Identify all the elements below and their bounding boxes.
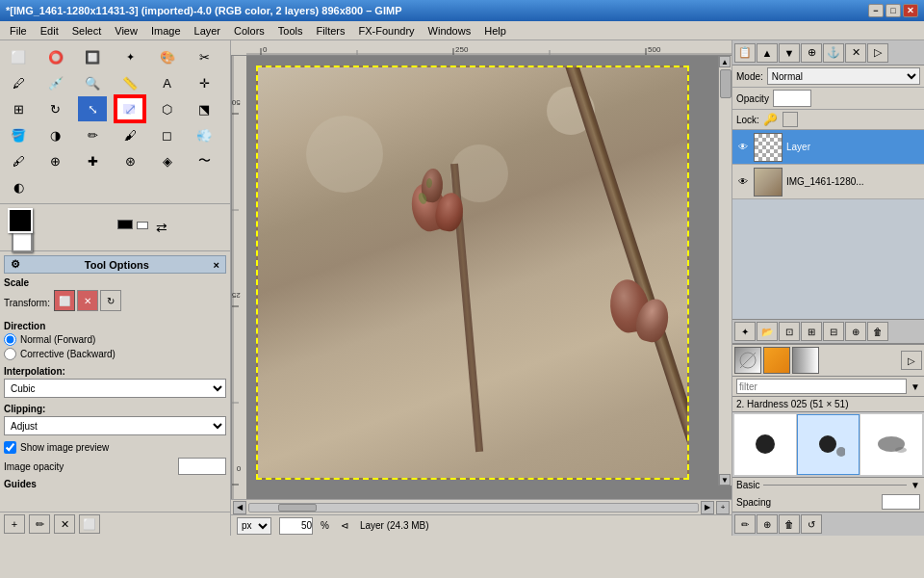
guides-delete-button[interactable]: ✕ bbox=[54, 514, 75, 534]
brush-cell-1[interactable] bbox=[797, 414, 859, 475]
scrollbar-thumb-v[interactable] bbox=[720, 69, 732, 98]
brush-gradient-swatch[interactable] bbox=[792, 347, 819, 374]
tool-eraser[interactable]: ◻ bbox=[153, 122, 182, 147]
tool-perspective-clone[interactable]: ⊛ bbox=[116, 148, 144, 173]
tool-fuzzy-select[interactable]: ✦ bbox=[116, 44, 144, 69]
tool-align[interactable]: ⊞ bbox=[4, 96, 33, 121]
image-opacity-input[interactable]: 100.0 bbox=[178, 458, 226, 475]
guides-to-selection-button[interactable]: ⬜ bbox=[79, 514, 100, 534]
tool-pencil[interactable]: ✏ bbox=[78, 122, 107, 147]
tool-free-select[interactable]: 🔲 bbox=[78, 44, 107, 69]
direction-normal-radio[interactable] bbox=[4, 333, 16, 346]
scroll-corner[interactable]: + bbox=[716, 501, 730, 514]
menu-select[interactable]: Select bbox=[66, 23, 108, 39]
layer-1-visibility[interactable]: 👁 bbox=[736, 175, 750, 189]
scrollbar-up-button[interactable]: ▲ bbox=[719, 56, 731, 67]
tool-dodge-burn[interactable]: ◐ bbox=[4, 174, 33, 199]
maximize-button[interactable]: □ bbox=[886, 4, 901, 17]
guides-add-button[interactable]: + bbox=[4, 514, 25, 534]
duplicate-layer-button[interactable]: ⊕ bbox=[801, 43, 822, 63]
new-layer-from-visible[interactable]: ✦ bbox=[734, 322, 756, 341]
menu-colors[interactable]: Colors bbox=[228, 23, 270, 39]
guides-edit-button[interactable]: ✏ bbox=[29, 514, 50, 534]
tool-flip[interactable]: ⬔ bbox=[190, 96, 218, 121]
zoom-input[interactable] bbox=[279, 517, 313, 535]
background-color[interactable] bbox=[12, 231, 33, 252]
layer-to-image-size[interactable]: ⊟ bbox=[823, 322, 844, 341]
show-preview-checkbox[interactable] bbox=[4, 441, 16, 454]
tool-airbrush[interactable]: 💨 bbox=[190, 122, 218, 147]
brush-cell-2[interactable] bbox=[860, 414, 922, 475]
tool-paintbrush[interactable]: 🖌 bbox=[116, 122, 144, 147]
foreground-reset-icon[interactable] bbox=[117, 220, 133, 229]
brush-filter-dropdown[interactable]: ▼ bbox=[911, 381, 920, 392]
tool-blur-sharpen[interactable]: ◈ bbox=[153, 148, 182, 173]
tool-options-close[interactable]: × bbox=[214, 259, 219, 271]
refresh-brush-button[interactable]: ↺ bbox=[801, 514, 822, 534]
opacity-input[interactable]: 19.8 bbox=[773, 90, 811, 107]
tool-scissors[interactable]: ✂ bbox=[190, 44, 218, 69]
tool-rect-select[interactable]: ⬜ bbox=[4, 44, 33, 69]
tool-clone[interactable]: ⊕ bbox=[41, 148, 70, 173]
transform-path-icon[interactable]: ↻ bbox=[100, 290, 121, 311]
edit-brush-button[interactable]: ✏ bbox=[734, 514, 756, 534]
spacing-input[interactable]: 5.0 bbox=[882, 494, 920, 510]
background-reset-icon[interactable] bbox=[137, 222, 148, 229]
menu-help[interactable]: Help bbox=[478, 23, 512, 39]
delete-brush-button[interactable]: 🗑 bbox=[779, 514, 800, 534]
transform-layer-icon[interactable]: ⬜ bbox=[54, 290, 75, 311]
layer-item-1[interactable]: 👁 IMG_1461-1280... bbox=[732, 165, 924, 199]
delete-layer-button[interactable]: ✕ bbox=[845, 43, 866, 63]
tool-smudge[interactable]: 〜 bbox=[190, 148, 218, 173]
brush-color-swatch[interactable] bbox=[763, 347, 790, 374]
anchor-down[interactable]: ⊕ bbox=[845, 322, 866, 341]
tool-scale[interactable]: ⤡ bbox=[78, 96, 107, 121]
brush-cell-0[interactable] bbox=[734, 414, 796, 475]
tool-bucket-fill[interactable]: 🪣 bbox=[4, 122, 33, 147]
tool-measure[interactable]: 📏 bbox=[116, 70, 144, 95]
tool-text[interactable]: A bbox=[153, 70, 182, 95]
menu-file[interactable]: File bbox=[4, 23, 33, 39]
layer-item-0[interactable]: 👁 Layer bbox=[732, 130, 924, 165]
menu-edit[interactable]: Edit bbox=[35, 23, 64, 39]
brush-fg-swatch[interactable] bbox=[734, 347, 761, 374]
mode-select[interactable]: Normal Dissolve Multiply Screen bbox=[767, 67, 920, 85]
lower-layer-button[interactable]: ▼ bbox=[779, 43, 800, 63]
minimize-button[interactable]: − bbox=[868, 4, 884, 17]
lock-alpha-button[interactable] bbox=[783, 112, 798, 127]
menu-layer[interactable]: Layer bbox=[189, 23, 227, 39]
tool-paths[interactable]: 🖊 bbox=[4, 70, 33, 95]
transform-selection-icon[interactable]: ✕ bbox=[77, 290, 98, 311]
tool-heal[interactable]: ✚ bbox=[78, 148, 107, 173]
vertical-scrollbar[interactable]: ▲ ▼ bbox=[718, 56, 732, 486]
interpolation-select[interactable]: Cubic Linear None NoHalo LoHalo bbox=[4, 379, 226, 398]
brushes-panel-menu[interactable]: ▷ bbox=[901, 351, 922, 370]
menu-view[interactable]: View bbox=[109, 23, 143, 39]
tool-ellipse-select[interactable]: ⭕ bbox=[41, 44, 70, 69]
new-layer-button[interactable]: 📋 bbox=[734, 43, 756, 63]
direction-corrective-radio[interactable] bbox=[4, 348, 16, 360]
scroll-thumb-h[interactable] bbox=[278, 504, 317, 512]
flatten-image[interactable]: ⊡ bbox=[779, 322, 800, 341]
panel-menu-button[interactable]: ▷ bbox=[867, 43, 888, 63]
menu-windows[interactable]: Windows bbox=[423, 23, 477, 39]
brush-filter-input[interactable] bbox=[736, 379, 907, 394]
close-button[interactable]: ✕ bbox=[903, 4, 918, 17]
tool-blend[interactable]: ◑ bbox=[41, 122, 70, 147]
foreground-color[interactable] bbox=[8, 208, 33, 233]
open-as-layers[interactable]: 📂 bbox=[757, 322, 778, 341]
tool-shear[interactable]: ⤢ bbox=[116, 96, 144, 121]
menu-image[interactable]: Image bbox=[145, 23, 187, 39]
basic-dropdown[interactable]: ▼ bbox=[911, 480, 920, 490]
duplicate-brush-button[interactable]: ⊕ bbox=[757, 514, 778, 534]
scroll-track-h[interactable] bbox=[248, 503, 699, 512]
delete-layer-2[interactable]: 🗑 bbox=[867, 322, 888, 341]
tool-select-by-color[interactable]: 🎨 bbox=[153, 44, 182, 69]
tool-color-picker[interactable]: 💉 bbox=[41, 70, 70, 95]
canvas-scroll[interactable]: ▲ ▼ bbox=[246, 56, 732, 499]
lock-pixels-button[interactable]: 🔑 bbox=[763, 112, 779, 127]
unit-select[interactable]: px % cm bbox=[237, 517, 271, 535]
menu-filters[interactable]: Filters bbox=[311, 23, 351, 39]
menu-fx-foundry[interactable]: FX-Foundry bbox=[352, 23, 420, 39]
tool-ink[interactable]: 🖋 bbox=[4, 148, 33, 173]
